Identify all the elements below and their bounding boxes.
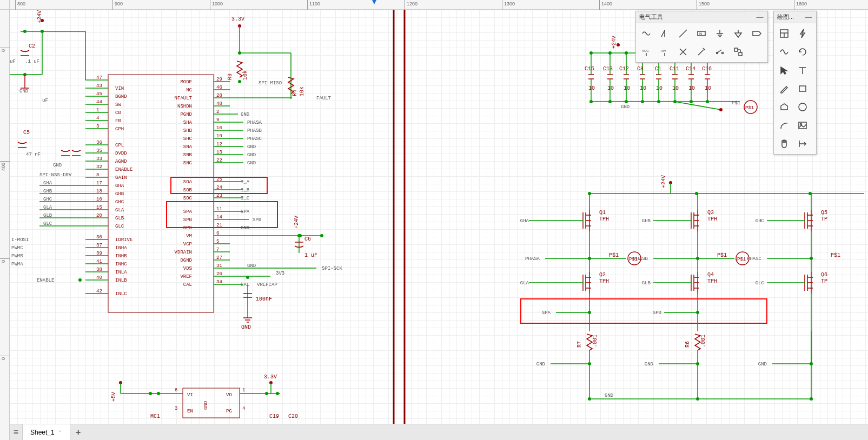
svg-rect-424 [799, 86, 806, 91]
minimize-icon[interactable]: — [804, 13, 813, 22]
svg-text:SOB: SOB [183, 188, 193, 193]
svg-text:17: 17 [96, 181, 102, 186]
svg-text:GHB: GHB [642, 218, 651, 224]
probe-tool-icon[interactable] [693, 44, 710, 60]
svg-text:10: 10 [688, 85, 695, 91]
svg-text:VREFCAP: VREFCAP [257, 282, 277, 288]
svg-text:PWMC: PWMC [11, 245, 23, 251]
5v-tool-icon[interactable]: +5V [657, 44, 673, 60]
svg-text:AGND: AGND [115, 159, 127, 164]
svg-text:PHASA: PHASA [247, 120, 262, 125]
svg-text:20: 20 [96, 213, 102, 218]
chevron-up-icon[interactable]: ⌃ [58, 430, 62, 435]
svg-text:TPH: TPH [599, 216, 609, 222]
net-tool-icon[interactable] [638, 25, 654, 42]
svg-text:PGND: PGND [180, 112, 192, 117]
svg-text:SPA: SPA [241, 209, 250, 215]
ic-left-pins: 47 43VIN 45BGND 44SW 1CB 4FB 3CPH 36CPL … [11, 75, 132, 297]
svg-text:VI: VI [187, 392, 193, 398]
svg-line-398 [679, 30, 687, 37]
electrical-tools-palette[interactable]: 电气工具 — N VCC +5V [635, 11, 768, 63]
image-tool-icon[interactable] [794, 117, 811, 134]
svg-point-427 [800, 124, 802, 125]
svg-text:48: 48 [216, 101, 222, 106]
palette-header[interactable]: 绘图... — [774, 11, 816, 23]
ruler-horizontal[interactable]: 800 900 1000 1100 1200 1300 1400 1500 16… [10, 0, 868, 10]
svg-text:GLC: GLC [756, 281, 765, 286]
svg-text:10k: 10k [242, 70, 248, 80]
svg-text:P$1: P$1 [831, 252, 840, 258]
svg-point-234 [276, 392, 279, 395]
drawing-tools-palette[interactable]: 绘图... — [773, 11, 817, 155]
svg-text:4: 4 [96, 116, 99, 121]
dimension-tool-icon[interactable] [794, 136, 811, 152]
svg-text:+5V: +5V [111, 392, 117, 402]
svg-text:Q5: Q5 [821, 210, 827, 216]
svg-text:PHASA: PHASA [525, 256, 540, 262]
svg-text:+5V: +5V [660, 49, 666, 52]
text-tool-icon[interactable] [794, 62, 811, 78]
noconnect-tool-icon[interactable] [675, 44, 691, 60]
svg-text:NFAULT: NFAULT [175, 96, 193, 101]
rect-tool-icon[interactable] [794, 81, 811, 97]
sine-tool-icon[interactable] [776, 44, 792, 60]
rotate-tool-icon[interactable] [794, 44, 811, 60]
gnd-tool-icon[interactable] [712, 25, 728, 42]
schematic-canvas[interactable]: 47 43VIN 45BGND 44SW 1CB 4FB 3CPH 36CPL … [10, 10, 868, 424]
add-sheet-button[interactable]: + [70, 424, 87, 440]
svg-text:INHB: INHB [115, 254, 127, 259]
svg-text:CB: CB [115, 110, 121, 116]
polygon-tool-icon[interactable] [776, 99, 792, 115]
svg-text:+24V: +24V [611, 36, 617, 49]
svg-text:TP: TP [821, 216, 827, 222]
svg-text:DVDD: DVDD [115, 151, 127, 156]
sheet-tab[interactable]: Sheet_1 ⌃ [23, 424, 70, 440]
svg-text:VM: VM [186, 234, 192, 239]
wire-tool-icon[interactable] [675, 25, 691, 42]
palette-header[interactable]: 电气工具 — [636, 11, 767, 23]
svg-text:GND: GND [621, 104, 630, 110]
gnd2-tool-icon[interactable] [730, 25, 746, 42]
vcc-tool-icon[interactable]: VCC [638, 44, 654, 60]
arc-tool-icon[interactable] [776, 117, 792, 134]
netlabel-tool-icon[interactable]: N [693, 25, 710, 42]
svg-text:C15: C15 [585, 66, 594, 72]
cursor-tool-icon[interactable] [776, 62, 792, 78]
svg-text:37: 37 [96, 243, 102, 248]
svg-text:P$1: P$1 [737, 257, 746, 262]
svg-text:SOC: SOC [183, 196, 193, 201]
svg-text:C5: C5 [23, 130, 30, 136]
svg-text:SPA: SPA [542, 310, 551, 316]
svg-text:GLC: GLC [115, 224, 124, 229]
svg-text:GLA: GLA [115, 208, 124, 213]
svg-text:INLC: INLC [115, 291, 127, 297]
svg-text:IDRIVE: IDRIVE [115, 237, 132, 243]
svg-text:10: 10 [672, 85, 679, 91]
switch-tool-icon[interactable] [712, 44, 728, 60]
svg-text:13: 13 [216, 150, 222, 155]
svg-text:C12: C12 [619, 66, 629, 72]
svg-text:34: 34 [216, 279, 222, 285]
circle-tool-icon[interactable] [794, 99, 811, 115]
svg-text:7: 7 [216, 247, 219, 252]
bus-tool-icon[interactable] [657, 25, 673, 42]
svg-text:GLA: GLA [43, 205, 52, 210]
pan-tool-icon[interactable] [776, 136, 792, 152]
svg-text:P$1: P$1 [717, 252, 727, 258]
pencil-tool-icon[interactable] [776, 81, 792, 97]
svg-text:I_B: I_B [241, 188, 250, 193]
ruler-h-tick: 1400 [601, 1, 612, 6]
svg-text:P$1: P$1 [745, 105, 754, 111]
lightning-tool-icon[interactable] [794, 25, 811, 42]
svg-text:C11: C11 [670, 66, 679, 72]
ruler-vertical[interactable]: 0 400 0 0 [0, 10, 10, 440]
svg-text:.1 uF: .1 uF [25, 59, 39, 64]
minimize-icon[interactable]: — [756, 13, 764, 22]
design-block-tool-icon[interactable] [730, 44, 746, 60]
svg-text:GND: GND [536, 362, 545, 367]
svg-text:VCC: VCC [642, 49, 649, 52]
frame-tool-icon[interactable] [776, 25, 792, 42]
svg-text:10: 10 [96, 197, 102, 202]
port-tool-icon[interactable] [748, 25, 765, 42]
tab-menu-button[interactable]: ≡ [10, 424, 23, 440]
